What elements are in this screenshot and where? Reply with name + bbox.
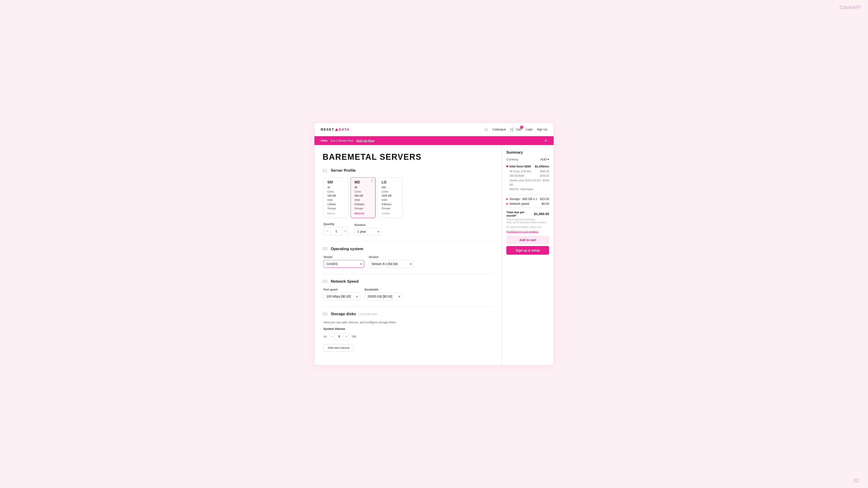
catalogue-icon: 🗂 [484,127,488,132]
lg-ram-label: RAM [381,198,399,202]
vendor-select[interactable]: CentOS Ubuntu Debian Fedora Windows [323,260,364,268]
header: RESET DATA 🗂 Catalogue 🛒 0 Cart Login Si… [314,123,554,136]
summary-item-header: Intel Xeon 8260 $1,445/mo [506,165,549,168]
main-window: RESET DATA 🗂 Catalogue 🛒 0 Cart Login Si… [314,123,554,365]
storage-price: $15.00 [540,197,549,201]
detail-value-2: $0.00 [543,178,549,187]
profile-sm-code: SM [327,180,344,184]
volume-increase-button[interactable]: + [343,333,349,340]
sm-cores-label: Cores [327,190,344,194]
md-cores-label: Cores [354,190,372,194]
storage-header-row: Storage disks 1 of 4 disks used [331,312,377,316]
section-04-header: 04 Storage disks 1 of 4 disks used [322,311,493,317]
terms-note: For connection details, please refer [506,226,549,228]
port-speed-select[interactable]: 100 Mbps [$0.00] 1 Gbps [$50.00] 10 Gbps… [323,293,360,300]
section-01-body: SM 16 Cores 128 GB RAM 1 Drive Storage S… [322,177,493,235]
summary-sidebar: Summary Currency AUD ▾ Intel Xeon 8260 $… [502,145,554,365]
currency-selector[interactable]: AUD ▾ [540,158,549,161]
detail-value-1: $780.00 [540,174,549,178]
volume-row: 1x − 8 + GB [323,333,493,340]
section-02-body: Vendor CentOS Ubuntu Debian Fedora Windo… [322,256,493,268]
profile-sm[interactable]: SM 16 Cores 128 GB RAM 1 Drive Storage S… [323,177,348,218]
profile-md[interactable]: ✓ MD 48 Cores 256 GB RAM 4 Drives Storag… [350,177,375,218]
port-speed-group: Port speed 100 Mbps [$0.00] 1 Gbps [$50.… [323,288,360,300]
price-note: Price is exclusive of all taxes. [506,218,549,221]
network-expandable[interactable]: ▶ Network speed $0.00 [506,202,549,205]
md-storage-label: Storage [354,206,372,210]
summary-main-item: Intel Xeon 8260 $1,445/mo 48 Cores, 2.40… [506,165,549,192]
version-select-wrapper: Stream 8.x (64 bit) Stream 9.x (64 bit) … [369,260,414,268]
profile-lg-detail: 256 Cores 1536 GB RAM 4 Drives Storage [381,185,399,210]
cart-icon: 🛒 [510,127,515,132]
section-network: 03 Network Speed Port speed 100 Mbps [$0… [322,279,493,300]
terms-link[interactable]: ResetData terms and conditions [506,230,538,233]
item-price: $1,445/mo [535,165,549,168]
version-group: Version Stream 8.x (64 bit) Stream 9.x (… [369,256,414,268]
system-volume-label: System Volume [323,327,493,330]
bandwidth-select-wrapper: 20000 GB [$0.00] 50000 GB [$50.00] Unlim… [365,293,402,300]
currency-label: Currency [506,158,518,161]
promo-cta[interactable]: Sign Up Now [356,139,374,142]
promo-close-icon[interactable]: ✕ [544,138,547,143]
promo-text: Get 1 Month Free [331,139,353,142]
volume-decrease-button[interactable]: − [330,333,335,340]
section-01-title: Server Profile [331,168,356,173]
profile-lg[interactable]: LG 256 Cores 1536 GB RAM 4 Drives Storag… [378,177,403,218]
vendor-group: Vendor CentOS Ubuntu Debian Fedora Windo… [323,256,364,268]
add-to-cart-button[interactable]: Add to cart [506,236,549,244]
section-os: 02 Operating system Vendor CentOS Ubuntu… [322,246,493,268]
profile-md-code: MD [354,180,372,184]
storage-expandable[interactable]: ▶ Storage - 960 GB x 1 $15.00 [506,197,549,201]
section-01-header: 01 Server Profile [322,168,493,173]
divider-1 [322,241,493,242]
profile-md-label: MEDIUM [354,213,364,215]
section-02-number: 02 [322,246,328,252]
vendor-label: Vendor [323,256,364,259]
cart-link[interactable]: 🛒 0 Cart [510,127,522,132]
quantity-decrease-button[interactable]: − [324,227,331,235]
disks-used: 1 of 4 disks used [358,313,377,315]
profile-sm-label: SMALL [327,213,336,215]
duration-group: Duration 1 year 1 month 3 months 6 month… [354,223,381,235]
section-03-title: Network Speed [331,279,359,284]
lg-cores-label: Cores [381,190,399,194]
volume-control: − 8 + [329,333,349,340]
profile-sm-detail: 16 Cores 128 GB RAM 1 Drive Storage [327,185,344,210]
section-04-title: Storage disks [331,312,356,316]
login-link[interactable]: Login [526,128,533,131]
detail-label-1: 385 GB RAM [509,174,524,178]
promo-bar: Offer Get 1 Month Free Sign Up Now ✕ [314,136,554,145]
signup-link[interactable]: Sign Up [537,128,547,131]
section-03-header: 03 Network Speed [322,279,493,284]
md-ram-label: RAM [354,198,372,202]
nav-links: 🗂 Catalogue 🛒 0 Cart Login Sign Up [484,127,547,132]
volume-multiplier: 1x [323,335,327,338]
item-details: 48 Cores, 2.40 Ghz $485.00 385 GB RAM $7… [506,169,549,192]
summary-divider-1 [506,195,549,195]
version-select[interactable]: Stream 8.x (64 bit) Stream 9.x (64 bit) … [369,260,414,268]
detail-label-2: Ubuntu Linux 20.04 LTS (64-bit) [509,178,543,187]
server-profiles: SM 16 Cores 128 GB RAM 1 Drive Storage S… [323,177,493,218]
duration-select[interactable]: 1 year 1 month 3 months 6 months 2 years… [354,228,381,235]
detail-label-0: 48 Cores, 2.40 Ghz [509,169,531,174]
detail-row-2: Ubuntu Linux 20.04 LTS (64-bit) $0.00 [509,178,549,187]
add-volume-button[interactable]: Add new volume [323,344,354,352]
section-02-header: 02 Operating system [322,246,493,252]
total-price: $1,460.00 [534,212,549,216]
taxes-note: Taxes will be calculated before checkout… [506,221,549,224]
bandwidth-select[interactable]: 20000 GB [$0.00] 50000 GB [$50.00] Unlim… [365,293,402,300]
section-03-body: Port speed 100 Mbps [$0.00] 1 Gbps [$50.… [322,288,493,300]
quantity-increase-button[interactable]: + [342,227,348,235]
sign-up-setup-button[interactable]: Sign up & setup [506,246,549,255]
quantity-control: − 1 + [323,227,349,235]
logo-data: DATA [339,127,349,131]
sm-ram-label: RAM [327,198,344,202]
storage-description: Here you can add, remove, and configure … [323,321,493,324]
summary-divider-2 [506,207,549,208]
watermark-label: CookiePi [839,4,861,10]
profile-md-detail: 48 Cores 256 GB RAM 4 Drives Storage [354,185,372,210]
detail-row-1: 385 GB RAM $780.00 [509,174,549,178]
catalogue-link[interactable]: Catalogue [492,128,506,131]
section-04-number: 04 [322,311,328,317]
section-01-number: 01 [322,168,328,173]
